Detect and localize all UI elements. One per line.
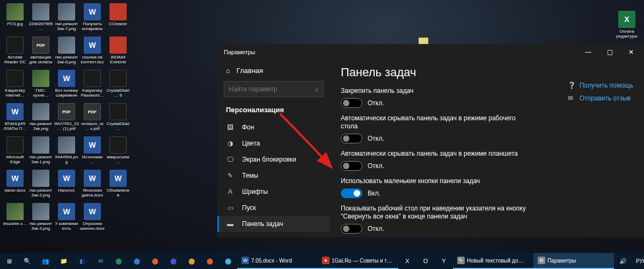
help-link[interactable]: ✉Отправить отзыв (568, 94, 633, 102)
desktop-icon[interactable]: Источники… (80, 136, 105, 169)
toggle-switch[interactable] (341, 224, 362, 234)
maximize-button[interactable]: ▢ (599, 44, 620, 60)
system-tray: 🔊 РУС 10:19 четверг 14.05.2020 ▭ (614, 253, 644, 269)
desktop-icon[interactable]: ВТАНЦИЯ ЛЛАТЫ П… (3, 103, 27, 135)
desktop-icon[interactable]: ГМС-кухня… (28, 70, 53, 102)
close-button[interactable]: ✕ (620, 44, 642, 60)
file-label: 2248287995… (28, 21, 53, 31)
desktop-icon[interactable]: baner.docx (3, 170, 27, 202)
titlebar[interactable]: Параметры — ▢ ✕ (217, 44, 644, 60)
desktop-icon[interactable]: Kaspersky Internet… (3, 70, 27, 102)
toggle-switch[interactable] (341, 188, 362, 198)
desktop-icon[interactable]: lesushie-v… (3, 203, 27, 235)
tray-icon[interactable]: 🔊 (614, 253, 632, 269)
search-box[interactable]: ⌕ (224, 81, 324, 97)
toggle-state: Откл. (368, 99, 384, 107)
taskbar-mini-icon[interactable]: X (398, 253, 416, 269)
desktop-icon[interactable]: Налоги1 (54, 170, 79, 202)
quick-launch-item[interactable]: ⬤ (164, 253, 182, 269)
sidebar-item-Фон[interactable]: 🖼Фон (217, 119, 330, 135)
desktop-icon[interactable]: Kaspersky Password… (80, 70, 105, 102)
quick-launch-item[interactable]: ⊞ (0, 253, 18, 269)
desktop-icon[interactable]: Microsoft Edge (3, 136, 27, 169)
desktop-icon[interactable]: CrystalDiskI… 6 (106, 70, 130, 102)
desktop-icon[interactable]: У компании есть неско… (54, 203, 79, 235)
toggle-switch[interactable] (341, 98, 362, 108)
app-icon: ✉ (96, 257, 105, 265)
desktop-icon[interactable]: INVITRO_23… (1).pdf (54, 103, 79, 135)
desktop-icon[interactable]: гмс-ремонт 2кв-8.png (54, 37, 79, 69)
desktop-icon[interactable]: Получить нотариаль… (80, 3, 105, 35)
taskbar-task[interactable]: ⚙Параметры (533, 253, 614, 269)
desktop-icon[interactable]: макросъем… (106, 136, 130, 169)
file-icon (109, 37, 127, 54)
desktop-icon[interactable]: 2248287995… (28, 3, 53, 35)
toggle-switch[interactable] (341, 134, 362, 143)
help-link[interactable]: ❔Получить помощь (568, 82, 633, 89)
file-icon (618, 11, 635, 28)
desktop-icon[interactable]: Вот почему современн… (54, 70, 79, 102)
quick-launch-item[interactable]: ⬤ (128, 253, 146, 269)
file-label: revisium_re… к.pdf (80, 121, 105, 131)
taskbar-task[interactable]: W7.05.docx - Word (237, 253, 318, 269)
quick-launch-item[interactable]: ⬤ (201, 253, 219, 269)
quick-launch-item[interactable]: ⬤ (146, 253, 164, 269)
sidebar-item-Экран блокировки[interactable]: 🖵Экран блокировки (217, 151, 330, 168)
file-icon (109, 3, 127, 20)
quick-launch-item[interactable]: 📁 (55, 253, 73, 269)
taskbar-task[interactable]: ●1Gai.Ru — Советы и т… (318, 253, 398, 269)
desktop-icon[interactable]: Японская диета.docx (80, 170, 105, 202)
file-icon (6, 103, 24, 120)
desktop-icon[interactable]: квитанция для оплаты пат… (28, 37, 53, 69)
sidebar-item-Цвета[interactable]: ◑Цвета (217, 135, 330, 151)
desktop-icon[interactable]: revisium_re… к.pdf (80, 103, 105, 135)
sidebar-icon: ✎ (226, 172, 235, 179)
quick-launch-item[interactable]: 👥 (36, 253, 55, 269)
file-label: Kaspersky Internet… (3, 88, 27, 98)
sidebar-icon: A (226, 188, 235, 195)
sidebar-item-Шрифты[interactable]: AШрифты (217, 184, 330, 200)
taskbar-mini-icon[interactable]: Y (435, 253, 453, 269)
quick-launch-item[interactable]: 🔍 (18, 253, 36, 269)
sidebar-item-Панель задач[interactable]: ▬Панель задач (217, 216, 330, 232)
desktop-icon[interactable]: Опросник шенген.docx (80, 203, 105, 235)
file-icon (6, 70, 24, 87)
task-icon: ● (322, 257, 330, 264)
desktop-icon[interactable]: Acrobat Reader DC (3, 37, 27, 69)
file-icon (109, 103, 127, 120)
sidebar-item-Пуск[interactable]: ▭Пуск (217, 200, 330, 216)
setting-label: Использовать маленькие кнопки панели зад… (341, 177, 534, 185)
taskbar-mini-icon[interactable]: O (416, 253, 435, 269)
search-input[interactable] (229, 85, 315, 93)
desktop-icon[interactable]: гмс-ремонт 2кв-3.png (28, 203, 53, 235)
file-label: CCleaner (109, 21, 127, 26)
minimize-button[interactable]: — (577, 44, 599, 60)
quick-launch-item[interactable]: ⬤ (219, 253, 237, 269)
language-indicator[interactable]: РУС (632, 253, 644, 269)
desktop-icon[interactable]: гмс-ремонт 2кв-2.png (28, 170, 53, 202)
desktop-icon[interactable]: ссылки на контент.docx (80, 37, 105, 69)
toggle-switch[interactable] (341, 161, 362, 171)
quick-launch-item[interactable]: ◧ (73, 253, 91, 269)
desktop-icon[interactable]: Оплата редактуры… (614, 11, 639, 43)
sidebar-item-Темы[interactable]: ✎Темы (217, 168, 330, 184)
desktop-icon[interactable]: CCleaner (106, 3, 130, 35)
desktop-icon[interactable]: AIDA64 Extreme (106, 37, 130, 69)
quick-launch-item[interactable]: ⬤ (109, 253, 128, 269)
desktop-icon[interactable]: Объявлени в подъезде… (106, 170, 130, 202)
quick-launch-item[interactable]: ✉ (91, 253, 109, 269)
toggle-state: Откл. (368, 225, 384, 232)
desktop-icon[interactable]: гмс-ремонт 2кв-1.png (28, 136, 53, 169)
desktop-icon[interactable]: PCS.jpg (3, 3, 27, 35)
desktop-icon[interactable]: гмс-ремонт 2кв.png (28, 103, 53, 135)
sidebar-label: Шрифты (242, 188, 268, 195)
app-icon: X (403, 257, 412, 265)
quick-launch-item[interactable]: ⬤ (182, 253, 201, 269)
taskbar-task[interactable]: ✎Новый текстовый до… (453, 253, 533, 269)
home-link[interactable]: ⌂ Главная (217, 63, 330, 78)
file-label: гмс-ремонт 2кв-3.png (28, 221, 53, 231)
task-label: 1Gai.Ru — Советы и т… (332, 258, 392, 264)
desktop-icon[interactable]: гмс-ремонт 2кв-7.png (54, 3, 79, 35)
desktop-icon[interactable]: CrystalDiskI… (106, 103, 130, 135)
desktop-icon[interactable]: 5444554.png (54, 136, 79, 169)
